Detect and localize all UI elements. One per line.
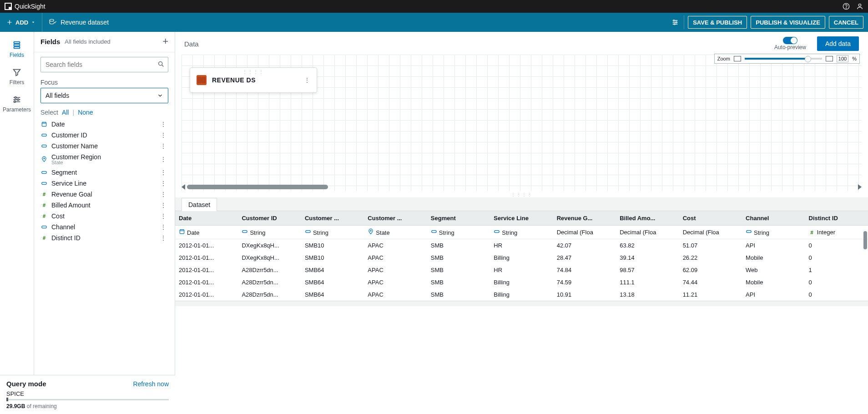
drag-handle-icon[interactable]: ⋮⋮⋮⋮	[242, 69, 264, 74]
column-type[interactable]: String	[490, 226, 553, 239]
help-icon[interactable]	[843, 3, 850, 10]
rail-parameters[interactable]: Parameters	[0, 91, 34, 118]
settings-sliders-icon[interactable]	[671, 15, 684, 29]
field-item[interactable]: # Revenue Goal ⋮	[40, 189, 168, 200]
field-item[interactable]: Service Line ⋮	[40, 178, 168, 189]
field-menu-icon[interactable]: ⋮	[158, 180, 168, 187]
zoom-control[interactable]: Zoom 100 %	[714, 54, 860, 64]
table-row[interactable]: 2012-01-01...A28Dzrr5dn...SMB64APACSMBBi…	[175, 288, 868, 301]
user-icon[interactable]	[856, 3, 863, 10]
column-header[interactable]: Channel	[742, 211, 805, 226]
field-item[interactable]: Customer Name ⋮	[40, 141, 168, 151]
column-type[interactable]: Decimal (Floa	[679, 226, 742, 239]
column-type[interactable]: String	[427, 226, 490, 239]
app-logo: QuickSight	[5, 3, 45, 10]
field-item[interactable]: # Distinct ID ⋮	[40, 232, 168, 243]
scroll-left-icon[interactable]	[182, 184, 185, 190]
field-item[interactable]: Customer RegionState ⋮	[40, 151, 168, 167]
table-row[interactable]: 2012-01-01...DXegKx8qH...SMB10APACSMBBil…	[175, 252, 868, 264]
table-cell: 0	[805, 276, 868, 288]
column-header[interactable]: Revenue G...	[553, 211, 616, 226]
cancel-button[interactable]: CANCEL	[829, 16, 863, 29]
table-row[interactable]: 2012-01-01...A28Dzrr5dn...SMB64APACSMBHR…	[175, 264, 868, 276]
auto-preview-toggle[interactable]	[783, 37, 797, 44]
svg-rect-16	[42, 145, 47, 147]
save-publish-button[interactable]: SAVE & PUBLISH	[688, 16, 747, 29]
column-type[interactable]: Decimal (Floa	[616, 226, 679, 239]
search-icon	[157, 61, 165, 68]
fit-screen-icon[interactable]	[826, 56, 833, 61]
field-menu-icon[interactable]: ⋮	[158, 142, 168, 150]
select-none-link[interactable]: None	[78, 109, 93, 116]
field-item[interactable]: # Billed Amount ⋮	[40, 200, 168, 211]
field-item[interactable]: Date ⋮	[40, 119, 168, 130]
field-item[interactable]: Channel ⋮	[40, 222, 168, 232]
add-field-icon[interactable]: +	[162, 35, 168, 47]
column-header[interactable]: Date	[175, 211, 238, 226]
add-button[interactable]: ADD	[0, 13, 42, 32]
field-menu-icon[interactable]: ⋮	[158, 191, 168, 198]
select-all-link[interactable]: All	[62, 109, 69, 116]
fields-subtitle: All fields included	[65, 38, 110, 45]
table-cell: SMB64	[301, 288, 364, 301]
scroll-thumb[interactable]	[187, 185, 328, 189]
dataset-tab[interactable]: Dataset	[182, 198, 217, 211]
column-header[interactable]: Cost	[679, 211, 742, 226]
canvas: Data Auto-preview Add data Zoom 100 % ⋮⋮…	[175, 32, 868, 414]
field-item[interactable]: # Cost ⋮	[40, 211, 168, 222]
rail-fields[interactable]: Fields	[0, 36, 34, 64]
field-menu-icon[interactable]: ⋮	[158, 223, 168, 231]
table-hscroll[interactable]	[175, 301, 868, 306]
table-vscroll[interactable]	[863, 231, 867, 249]
column-type[interactable]: State	[364, 226, 427, 239]
column-header[interactable]: Customer ID	[238, 211, 301, 226]
table-cell: SMB	[427, 239, 490, 252]
field-menu-icon[interactable]: ⋮	[158, 156, 168, 163]
focus-select[interactable]: All fields	[40, 88, 168, 103]
field-menu-icon[interactable]: ⋮	[158, 169, 168, 176]
str-type-icon	[40, 142, 48, 150]
column-header[interactable]: Customer ...	[301, 211, 364, 226]
publish-visualize-button[interactable]: PUBLISH & VISUALIZE	[751, 16, 825, 29]
table-cell: 74.44	[679, 276, 742, 288]
field-menu-icon[interactable]: ⋮	[158, 121, 168, 128]
column-type[interactable]: Date	[175, 226, 238, 239]
column-type[interactable]: String	[238, 226, 301, 239]
canvas-hscroll[interactable]	[182, 184, 862, 190]
table-cell: APAC	[364, 264, 427, 276]
rail-filters[interactable]: Filters	[0, 64, 34, 91]
field-menu-icon[interactable]: ⋮	[158, 202, 168, 209]
field-name: Cost	[51, 212, 155, 220]
column-type[interactable]: String	[742, 226, 805, 239]
field-item[interactable]: Segment ⋮	[40, 167, 168, 178]
table-row[interactable]: 2012-01-01...DXegKx8qH...SMB10APACSMBHR4…	[175, 239, 868, 252]
field-item[interactable]: Customer ID ⋮	[40, 130, 168, 141]
field-menu-icon[interactable]: ⋮	[158, 212, 168, 220]
column-header[interactable]: Customer ...	[364, 211, 427, 226]
zoom-slider[interactable]	[745, 58, 822, 60]
table-row[interactable]: 2012-01-01...A28Dzrr5dn...SMB64APACSMBBi…	[175, 276, 868, 288]
column-header[interactable]: Service Line	[490, 211, 553, 226]
column-header[interactable]: Segment	[427, 211, 490, 226]
date-type-icon	[40, 121, 48, 128]
table-cell: DXegKx8qH...	[238, 252, 301, 264]
table-cell: 42.07	[553, 239, 616, 252]
field-menu-icon[interactable]: ⋮	[158, 131, 168, 139]
node-menu-icon[interactable]: ⋮	[304, 76, 310, 84]
add-data-button[interactable]: Add data	[817, 36, 859, 51]
column-header[interactable]: Distinct ID	[805, 211, 868, 226]
column-type[interactable]: #Integer	[805, 226, 868, 239]
zoom-value[interactable]: 100	[837, 55, 848, 62]
column-header[interactable]: Billed Amo...	[616, 211, 679, 226]
vertical-splitter[interactable]: ⋮⋮⋮⋮	[175, 191, 868, 197]
column-type[interactable]: Decimal (Floa	[553, 226, 616, 239]
field-menu-icon[interactable]: ⋮	[158, 234, 168, 242]
search-fields-input[interactable]	[40, 57, 168, 72]
refresh-now-link[interactable]: Refresh now	[133, 380, 169, 388]
svg-point-17	[44, 158, 45, 159]
column-type[interactable]: String	[301, 226, 364, 239]
fit-rect-icon[interactable]	[734, 56, 741, 61]
scroll-right-icon[interactable]	[858, 184, 862, 190]
str-type-icon	[40, 169, 48, 176]
datasource-node[interactable]: ⋮⋮⋮⋮ REVENUE DS ⋮	[190, 67, 317, 93]
